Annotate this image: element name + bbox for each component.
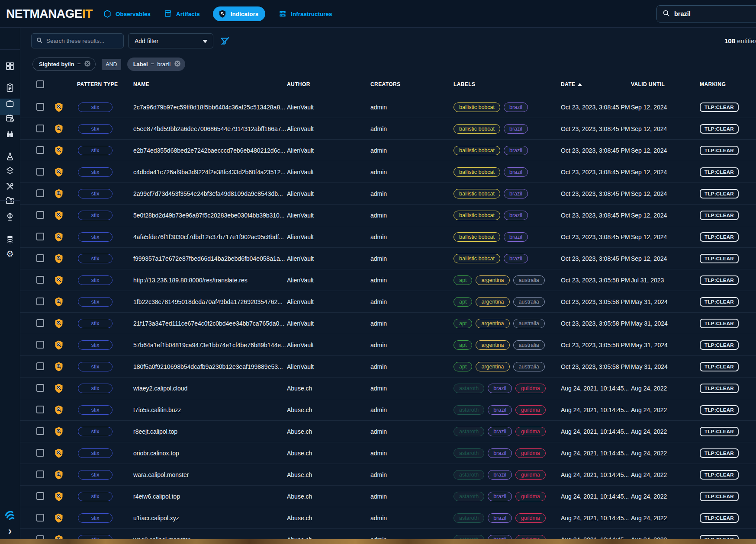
pattern-type-chip[interactable]: stix [78,340,113,350]
row-checkbox[interactable] [36,449,44,457]
header-valid-until[interactable]: VALID UNTIL [631,81,665,87]
pattern-type-chip[interactable]: stix [78,448,113,458]
label-chip[interactable]: ballistic bobcat [454,124,500,134]
remove-filter-icon[interactable] [84,60,91,69]
label-chip[interactable]: australia [513,297,545,307]
row-checkbox[interactable] [36,427,44,435]
label-chip[interactable]: brazil [504,102,528,112]
label-chip[interactable]: astaroth [454,405,484,415]
row-checkbox[interactable] [36,125,44,132]
table-row[interactable]: stix f999357a17e672e87fbed66d14ba2bebd6f… [20,248,756,269]
label-chip[interactable]: argentina [476,275,509,285]
pattern-type-chip[interactable]: stix [78,254,113,263]
row-checkbox[interactable] [36,362,44,370]
label-chip[interactable]: argentina [476,362,509,371]
label-chip[interactable]: apt [454,319,472,328]
table-row[interactable]: stix 180f5a0f9210698b54dcafb9a230b12e3ea… [20,356,756,378]
label-chip[interactable]: brazil [488,384,512,393]
label-chip[interactable]: apt [454,340,472,350]
header-name[interactable]: NAME [133,81,149,87]
label-chip[interactable]: brazil [504,232,528,242]
label-chip[interactable]: brazil [504,254,528,263]
label-chip[interactable]: australia [513,275,545,285]
folder-grid-icon[interactable] [5,196,15,205]
label-chip[interactable]: ballistic bobcat [454,254,500,263]
remove-filter-icon[interactable] [174,60,181,69]
pattern-type-chip[interactable]: stix [78,189,113,198]
table-row[interactable]: stix oriobr.calinox.top Abuse.ch admin a… [20,442,756,464]
label-chip[interactable]: apt [454,362,472,371]
pattern-type-chip[interactable]: stix [78,470,113,480]
pattern-type-chip[interactable]: stix [78,146,113,155]
label-chip[interactable]: brazil [488,427,512,436]
global-search-input[interactable] [674,10,748,17]
row-checkbox[interactable] [36,298,44,305]
table-row[interactable]: stix e2b74ed355d68bed2e7242baecccd7eb6eb… [20,140,756,161]
pattern-type-chip[interactable]: stix [78,492,113,501]
label-chip[interactable]: guildma [515,448,546,458]
row-checkbox[interactable] [36,514,44,522]
pattern-type-chip[interactable]: stix [78,384,113,393]
label-chip[interactable]: guildma [515,492,546,501]
gear-icon[interactable]: ⚙ [5,249,15,259]
chevron-right-icon[interactable]: › [8,526,12,536]
table-row[interactable]: stix wara.calipol.monster Abuse.ch admin… [20,464,756,486]
pattern-type-chip[interactable]: stix [78,275,113,285]
label-chip[interactable]: guildma [515,470,546,480]
label-chip[interactable]: brazil [488,535,512,539]
tab-infrastructures[interactable]: Infrastructures [278,10,332,18]
label-chip[interactable]: brazil [504,211,528,220]
header-pattern-type[interactable]: PATTERN TYPE [77,81,118,87]
briefcase-icon[interactable] [5,99,15,108]
table-row[interactable]: stix 4afa5fde76f1f3030cf7dbd12e37b717e1f… [20,226,756,248]
header-labels[interactable]: LABELS [454,81,475,87]
row-checkbox[interactable] [36,276,44,284]
table-row[interactable]: stix http://13.236.189.80:8000/res/trans… [20,269,756,291]
row-checkbox[interactable] [36,146,44,154]
label-chip[interactable]: brazil [488,405,512,415]
filter-chip-sighted-by[interactable]: Sighted by/in = [32,58,96,71]
pattern-type-chip[interactable]: stix [78,232,113,242]
table-row[interactable]: stix waa9.calipol.monster Abuse.ch admin… [20,529,756,539]
pattern-type-chip[interactable]: stix [78,124,113,134]
table-row[interactable]: stix 21f173a347ed111ce67e4c0f2c0bd4ee34b… [20,313,756,334]
tab-artifacts[interactable]: Artifacts [164,10,200,18]
label-chip[interactable]: ballistic bobcat [454,232,500,242]
label-chip[interactable]: argentina [476,297,509,307]
label-chip[interactable]: astaroth [454,470,484,480]
pattern-type-chip[interactable]: stix [78,362,113,371]
label-chip[interactable]: ballistic bobcat [454,102,500,112]
label-chip[interactable]: apt [454,275,472,285]
label-chip[interactable]: brazil [488,448,512,458]
table-row[interactable]: stix e5ee874bd59bb2a6dec700686544e791431… [20,118,756,140]
header-creators[interactable]: CREATORS [370,81,400,87]
label-chip[interactable]: brazil [504,146,528,155]
table-row[interactable]: stix r8eejt.calipol.top Abuse.ch admin a… [20,421,756,442]
pattern-type-chip[interactable]: stix [78,297,113,307]
label-chip[interactable]: astaroth [454,427,484,436]
label-chip[interactable]: australia [513,362,545,371]
filter-chip-label-brazil[interactable]: Label = brazil [127,58,186,71]
table-row[interactable]: stix r4eiw6.calipol.top Abuse.ch admin a… [20,486,756,507]
header-date[interactable]: DATE [561,81,582,87]
pattern-type-chip[interactable]: stix [78,167,113,177]
label-chip[interactable]: argentina [476,340,509,350]
label-chip[interactable]: astaroth [454,535,484,539]
label-chip[interactable]: apt [454,297,472,307]
label-chip[interactable]: astaroth [454,448,484,458]
pattern-type-chip[interactable]: stix [78,211,113,220]
pattern-type-chip[interactable]: stix [78,513,113,523]
label-chip[interactable]: astaroth [454,492,484,501]
filigran-logo-icon[interactable] [4,509,16,520]
tab-indicators[interactable]: Indicators [213,6,266,21]
label-chip[interactable]: ballistic bobcat [454,167,500,177]
label-chip[interactable]: astaroth [454,513,484,523]
select-all-checkbox[interactable] [36,80,44,88]
label-chip[interactable]: guildma [515,535,546,539]
table-row[interactable]: stix c4dbda41c726af9ba3d9224f2e38fc433d2… [20,161,756,183]
table-row[interactable]: stix t7io5s.calitin.buzz Abuse.ch admin … [20,399,756,421]
row-checkbox[interactable] [36,254,44,262]
row-checkbox[interactable] [36,384,44,392]
pattern-type-chip[interactable]: stix [78,427,113,436]
clear-filters-icon[interactable] [220,36,230,46]
